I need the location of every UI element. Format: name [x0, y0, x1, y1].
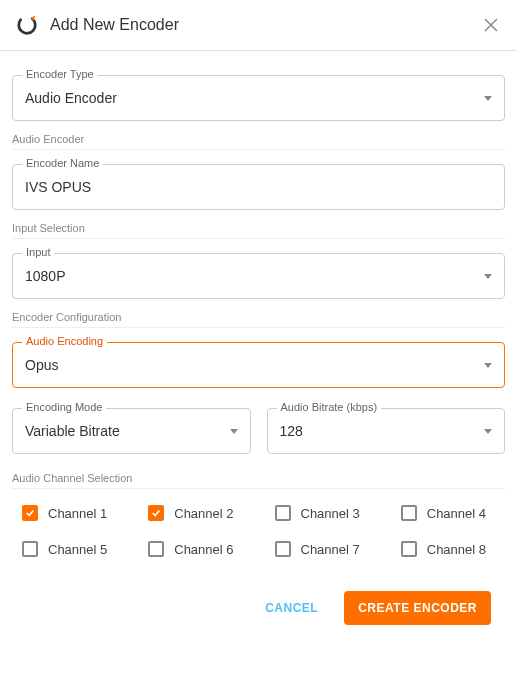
channel-checkbox-5[interactable]: Channel 5 [22, 541, 126, 557]
audio-encoding-select[interactable]: Opus [12, 342, 505, 388]
encoder-name-field: Encoder Name [12, 164, 505, 210]
audio-encoding-label: Audio Encoding [22, 335, 107, 347]
encoder-name-label: Encoder Name [22, 157, 103, 169]
input-label: Input [22, 246, 54, 258]
modal-title: Add New Encoder [50, 16, 481, 34]
checkbox-icon [401, 541, 417, 557]
checkbox-icon [22, 505, 38, 521]
audio-bitrate-field: Audio Bitrate (kbps) 128 [267, 408, 506, 454]
app-logo-icon [16, 14, 38, 36]
channel-checkbox-7[interactable]: Channel 7 [275, 541, 379, 557]
chevron-down-icon [484, 274, 492, 279]
audio-bitrate-value: 128 [280, 423, 303, 439]
channels-grid: Channel 1Channel 2Channel 3Channel 4Chan… [12, 505, 505, 557]
channel-checkbox-4[interactable]: Channel 4 [401, 505, 505, 521]
encoding-mode-select[interactable]: Variable Bitrate [12, 408, 251, 454]
chevron-down-icon [484, 363, 492, 368]
input-value: 1080P [25, 268, 65, 284]
channel-label: Channel 2 [174, 506, 233, 521]
input-select[interactable]: 1080P [12, 253, 505, 299]
channel-label: Channel 6 [174, 542, 233, 557]
checkbox-icon [22, 541, 38, 557]
encoder-type-field: Encoder Type Audio Encoder [12, 75, 505, 121]
audio-bitrate-select[interactable]: 128 [267, 408, 506, 454]
channel-checkbox-3[interactable]: Channel 3 [275, 505, 379, 521]
encoding-mode-label: Encoding Mode [22, 401, 106, 413]
encoding-mode-field: Encoding Mode Variable Bitrate [12, 408, 251, 454]
cancel-button[interactable]: Cancel [251, 591, 332, 625]
chevron-down-icon [484, 429, 492, 434]
channel-label: Channel 3 [301, 506, 360, 521]
chevron-down-icon [230, 429, 238, 434]
channel-label: Channel 5 [48, 542, 107, 557]
audio-bitrate-label: Audio Bitrate (kbps) [277, 401, 382, 413]
channel-checkbox-1[interactable]: Channel 1 [22, 505, 126, 521]
checkbox-icon [148, 505, 164, 521]
create-encoder-button[interactable]: Create Encoder [344, 591, 491, 625]
channel-label: Channel 7 [301, 542, 360, 557]
channel-label: Channel 8 [427, 542, 486, 557]
section-audio-encoder: Audio Encoder [12, 133, 505, 150]
modal-header: Add New Encoder [0, 0, 517, 51]
channel-checkbox-6[interactable]: Channel 6 [148, 541, 252, 557]
chevron-down-icon [484, 96, 492, 101]
channel-label: Channel 1 [48, 506, 107, 521]
checkbox-icon [275, 541, 291, 557]
encoder-name-input[interactable] [12, 164, 505, 210]
input-field: Input 1080P [12, 253, 505, 299]
section-channel-selection: Audio Channel Selection [12, 472, 505, 489]
section-encoder-config: Encoder Configuration [12, 311, 505, 328]
checkbox-icon [401, 505, 417, 521]
audio-encoding-field: Audio Encoding Opus [12, 342, 505, 388]
add-encoder-modal: Add New Encoder Encoder Type Audio Encod… [0, 0, 517, 676]
channel-checkbox-8[interactable]: Channel 8 [401, 541, 505, 557]
encoder-type-select[interactable]: Audio Encoder [12, 75, 505, 121]
encoding-mode-value: Variable Bitrate [25, 423, 120, 439]
section-input-selection: Input Selection [12, 222, 505, 239]
close-button[interactable] [481, 15, 501, 35]
channel-label: Channel 4 [427, 506, 486, 521]
encoder-type-label: Encoder Type [22, 68, 98, 80]
audio-encoding-value: Opus [25, 357, 58, 373]
checkbox-icon [275, 505, 291, 521]
channel-checkbox-2[interactable]: Channel 2 [148, 505, 252, 521]
encoder-type-value: Audio Encoder [25, 90, 117, 106]
modal-footer: Cancel Create Encoder [12, 573, 505, 643]
close-icon [484, 18, 498, 32]
checkbox-icon [148, 541, 164, 557]
modal-body: Encoder Type Audio Encoder Audio Encoder… [0, 51, 517, 676]
